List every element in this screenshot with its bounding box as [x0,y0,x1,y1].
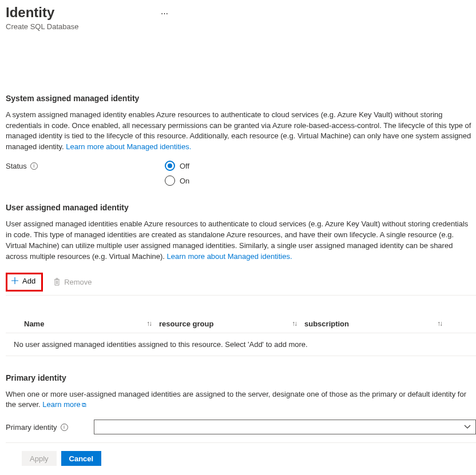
footer-actions: Apply Cancel [6,451,476,466]
sort-icon: ↑↓ [437,320,442,328]
add-highlight: Add [6,273,43,292]
status-radio-off[interactable]: Off [165,161,189,171]
column-name[interactable]: Name ↑↓ [24,320,159,328]
table-empty-message: No user assigned managed identities assi… [6,333,476,356]
cancel-button[interactable]: Cancel [61,451,102,466]
apply-button: Apply [22,451,57,466]
status-radio-on[interactable]: On [165,175,189,186]
radio-icon [165,175,175,186]
radio-label-off: Off [180,162,189,170]
sort-icon: ↑↓ [292,320,296,328]
primary-identity-select[interactable] [94,420,476,434]
plus-icon [11,277,19,285]
external-link-icon: ⧉ [82,401,86,408]
column-subscription[interactable]: subscription ↑↓ [304,320,450,328]
info-icon[interactable]: i [30,162,38,170]
status-radio-group: Off On [165,161,189,186]
page-title: Identity [6,5,78,21]
info-icon[interactable]: i [61,424,68,431]
primary-identity-learn-more-link[interactable]: Learn more⧉ [42,400,86,409]
trash-icon [53,278,61,286]
system-identity-description: A system assigned managed identity enabl… [6,110,476,153]
system-identity-heading: System assigned managed identity [6,94,476,103]
status-label: Status i [6,161,165,170]
sort-icon: ↑↓ [146,320,151,328]
page-subtitle: Create SQL Database [6,22,78,31]
radio-label-on: On [180,177,189,185]
user-identity-description: User assigned managed identities enable … [6,219,476,262]
radio-icon [165,161,175,171]
table-header: Name ↑↓ resource group ↑↓ subscription ↑… [6,320,476,333]
primary-identity-field-label: Primary identity i [6,423,90,432]
primary-identity-description: When one or more user-assigned managed i… [6,389,476,411]
primary-identity-heading: Primary identity [6,373,476,382]
ellipsis-icon: ⋯ [161,9,168,18]
identity-toolbar: Add Remove [6,273,476,296]
more-menu-button[interactable]: ⋯ [158,7,170,20]
user-identity-learn-more-link[interactable]: Learn more about Managed identities. [167,252,292,261]
add-button[interactable]: Add [7,274,39,288]
system-identity-learn-more-link[interactable]: Learn more about Managed identities. [66,142,191,151]
user-identity-heading: User assigned managed identity [6,203,476,212]
identity-table: Name ↑↓ resource group ↑↓ subscription ↑… [6,320,476,356]
remove-button: Remove [50,276,95,289]
column-resource-group[interactable]: resource group ↑↓ [159,320,304,328]
chevron-down-icon [464,423,471,431]
